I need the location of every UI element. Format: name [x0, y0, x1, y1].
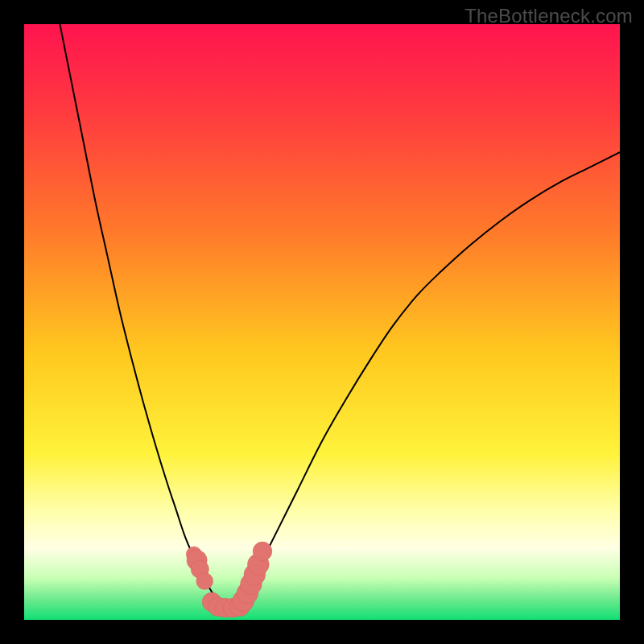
- chart-svg: [24, 24, 620, 620]
- plot-area: [24, 24, 620, 620]
- gradient-background: [24, 24, 620, 620]
- chart-frame: TheBottleneck.com: [0, 0, 644, 644]
- marker-3: [196, 573, 213, 590]
- marker-14: [253, 542, 272, 561]
